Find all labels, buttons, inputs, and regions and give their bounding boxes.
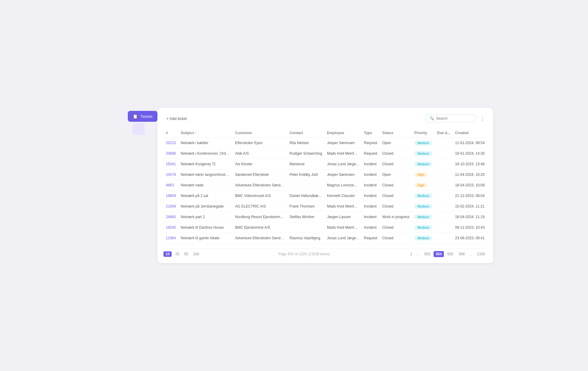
cell-customer: Adventure Efterskolen Sønderjylland <box>233 180 287 191</box>
cell-contact: Rita Nielsen <box>287 138 325 148</box>
cell-created: 18-10-2023, 13:46 <box>453 159 487 169</box>
ticket-id-link[interactable]: 20686 <box>166 151 176 156</box>
priority-badge: Medium <box>414 193 432 198</box>
sidebar-item-tickets[interactable]: 📋 Tickets <box>128 111 157 122</box>
page-size-button[interactable]: 25 <box>174 251 180 257</box>
cell-contact: Frank Thomsen <box>287 201 325 212</box>
table-row: 16545 Netværk til Danfoss House BMC Ejen… <box>163 222 487 233</box>
ticket-id-link[interactable]: 11964 <box>166 236 176 240</box>
page-size-button[interactable]: 100 <box>192 251 200 257</box>
col-subject: Subject ↑ <box>178 128 233 138</box>
cell-employee: Kenneth Clausen <box>325 191 361 201</box>
cell-id: 15041 <box>163 159 178 169</box>
cell-type: Incident <box>361 201 380 212</box>
page-ellipsis: ... <box>415 251 421 257</box>
page-number-button[interactable]: 506 <box>457 251 467 257</box>
cell-created: 11-01-2024, 09:54 <box>453 138 487 148</box>
cell-created: 18-04-2024, 11:19 <box>453 212 487 222</box>
ticket-id-link[interactable]: 19609 <box>166 194 176 198</box>
cell-id: 21909 <box>163 201 178 212</box>
cell-customer: Adventure Efterskolen Sønderjylland <box>233 233 287 244</box>
table-row: 19609 Netværk på 2.sal BMC Videnshuset A… <box>163 191 487 201</box>
ticket-id-link[interactable]: 15041 <box>166 162 176 166</box>
cell-employee: Jonas Lund Jørge... <box>325 233 361 244</box>
cell-priority: Medium <box>412 191 435 201</box>
ticket-id-link[interactable]: 16545 <box>166 225 176 230</box>
cell-priority: Medium <box>412 233 435 244</box>
page-size-button[interactable]: 50 <box>183 251 189 257</box>
cell-customer: Als Kloster <box>233 159 287 169</box>
toolbar-right: 🔍 ⋮ <box>426 114 487 123</box>
table-header-row: # Subject ↑ Customer Contact Employee Ty… <box>163 128 487 138</box>
table-row: 24960 Netværk part 2 Nordborg Resort Eje… <box>163 212 487 222</box>
cell-status: Open <box>380 138 412 148</box>
page-ellipsis: ... <box>468 251 473 257</box>
col-priority: Priority <box>412 128 435 138</box>
cell-contact: Marianne <box>287 159 325 169</box>
table-row: 4863 Netværk nede Adventure Efterskolen … <box>163 180 487 191</box>
cell-status: Open <box>380 169 412 180</box>
table-row: 24579 Netværk kører langsomt/ustabilt Sø… <box>163 169 487 180</box>
cell-contact: Steffan Winther <box>287 212 325 222</box>
page-number-button[interactable]: 505 <box>445 251 455 257</box>
col-contact: Contact <box>287 128 325 138</box>
page-number-button[interactable]: 504 <box>434 251 444 257</box>
ticket-id-link[interactable]: 21909 <box>166 204 176 208</box>
cell-customer: Efterskolen Epos <box>233 138 287 148</box>
table-row: 20223 Netværk i kælder Efterskolen Epos … <box>163 138 487 148</box>
cell-status: Closed <box>380 233 412 244</box>
add-ticket-button[interactable]: + Add ticket <box>163 115 190 123</box>
page-number-button[interactable]: 503 <box>422 251 432 257</box>
cell-due <box>435 233 453 244</box>
cell-contact <box>287 222 325 233</box>
cell-due <box>435 138 453 148</box>
page-size-button[interactable]: 10 <box>163 251 172 257</box>
cell-due <box>435 212 453 222</box>
cell-due <box>435 201 453 212</box>
cell-subject: Netværk kører langsomt/ustabilt <box>178 169 233 180</box>
page-number-button[interactable]: 1 <box>408 251 414 257</box>
search-input[interactable] <box>436 116 472 121</box>
cell-id: 16545 <box>163 222 178 233</box>
ticket-id-link[interactable]: 24579 <box>166 173 176 177</box>
cell-customer: Søndeved Efterskole <box>233 169 287 180</box>
cell-created: 11-04-2024, 10:20 <box>453 169 487 180</box>
priority-badge: Medium <box>414 225 432 230</box>
cell-contact: Peter Koldby Juhl <box>287 169 325 180</box>
cell-type: Incident <box>361 180 380 191</box>
cell-subject: Netværk på 2.sal <box>178 191 233 201</box>
cell-created: 23-08-2023, 09:41 <box>453 233 487 244</box>
cell-customer: BMC Ejendomme A/S <box>233 222 287 233</box>
col-employee: Employee <box>325 128 361 138</box>
cell-subject: Netværk part 2 <box>178 212 233 222</box>
priority-badge: Medium <box>414 215 432 219</box>
cell-created: 18-04-2023, 10:08 <box>453 180 487 191</box>
cell-id: 24579 <box>163 169 178 180</box>
cell-customer: AG ELECTRIC A/S <box>233 201 287 212</box>
cell-status: Closed <box>380 148 412 159</box>
cell-customer: BMC Videnshuset A/S <box>233 191 287 201</box>
cell-due <box>435 169 453 180</box>
col-customer: Customer <box>233 128 287 138</box>
ticket-id-link[interactable]: 4863 <box>166 183 174 187</box>
ticket-id-link[interactable]: 24960 <box>166 215 176 219</box>
cell-type: Request <box>361 138 380 148</box>
pagination-info: Page 504 of 1326 (13258 items) <box>278 252 330 256</box>
page-number-button[interactable]: 1326 <box>475 251 487 257</box>
cell-id: 24960 <box>163 212 178 222</box>
ticket-id-link[interactable]: 20223 <box>166 141 176 145</box>
cell-type: Request <box>361 148 380 159</box>
cell-status: Closed <box>380 201 412 212</box>
cell-type: Incident <box>361 169 380 180</box>
cell-contact: Rasmus Vaartbjerg <box>287 233 325 244</box>
cell-subject: Netværk i Konferencen, Ordenr. 18327 <box>178 148 233 159</box>
cell-priority: Medium <box>412 222 435 233</box>
pagination-pages: 1...503504505506...1326 <box>408 251 487 257</box>
cell-contact <box>287 180 325 191</box>
more-options-button[interactable]: ⋮ <box>478 114 487 123</box>
sidebar-item-label: Tickets <box>140 114 153 119</box>
search-icon: 🔍 <box>430 116 434 121</box>
cell-created: 19-01-2024, 14:30 <box>453 148 487 159</box>
col-due: Due d... <box>435 128 453 138</box>
cell-status: Closed <box>380 222 412 233</box>
